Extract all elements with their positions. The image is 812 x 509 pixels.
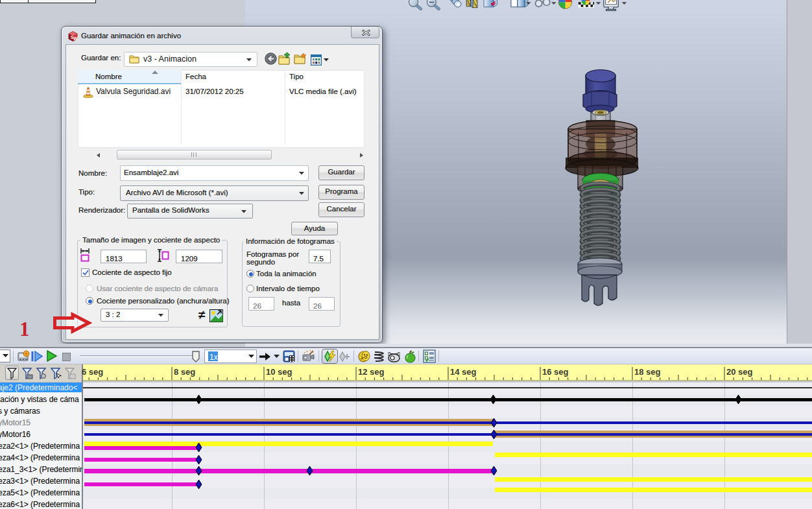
svg-text:W: W — [73, 36, 78, 41]
